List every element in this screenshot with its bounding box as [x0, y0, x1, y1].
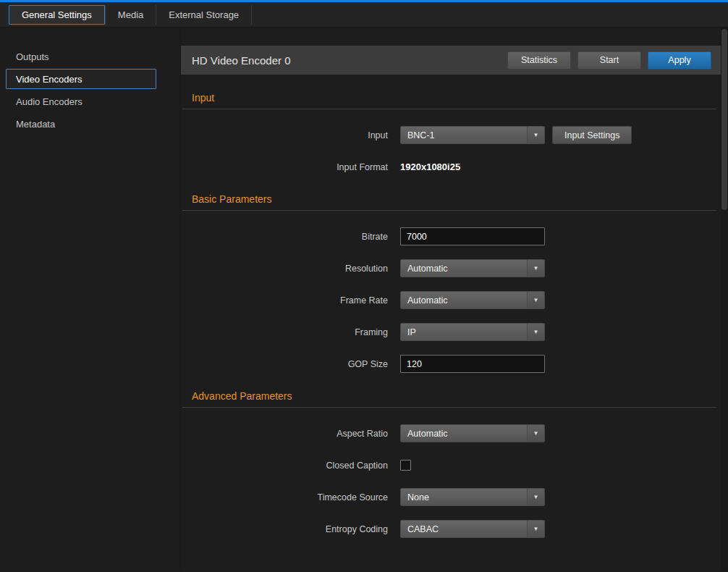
- scrollbar[interactable]: [721, 28, 728, 571]
- aspect-ratio-label: Aspect Ratio: [181, 429, 388, 439]
- entropy-coding-row: Entropy Coding CABAC ▼: [181, 520, 721, 538]
- closed-caption-checkbox[interactable]: [400, 460, 411, 471]
- encoder-settings-content: HD Video Encoder 0 Statistics Start Appl…: [181, 46, 721, 538]
- sidebar-item-label: Audio Encoders: [16, 96, 82, 107]
- statistics-button[interactable]: Statistics: [507, 51, 571, 70]
- sidebar-item-audio-encoders[interactable]: Audio Encoders: [0, 91, 180, 112]
- aspect-ratio-select[interactable]: Automatic ▼: [400, 424, 545, 442]
- scrollbar-thumb[interactable]: [721, 29, 727, 210]
- framing-label: Framing: [181, 327, 388, 337]
- header-actions: Statistics Start Apply: [507, 51, 711, 70]
- chevron-down-icon: ▼: [527, 489, 544, 505]
- framing-select-value: IP: [407, 327, 416, 337]
- sidebar-item-label: Metadata: [16, 119, 55, 130]
- page-body: Outputs Video Encoders Audio Encoders Me…: [0, 28, 728, 571]
- tab-general-settings[interactable]: General Settings: [9, 5, 105, 25]
- chevron-down-icon: ▼: [527, 324, 544, 340]
- input-format-label: Input Format: [181, 162, 388, 172]
- resolution-label: Resolution: [181, 264, 388, 274]
- sidebar-item-label: Video Encoders: [16, 74, 82, 85]
- sidebar-item-label: Outputs: [16, 51, 49, 62]
- section-title-input: Input: [192, 92, 721, 104]
- input-row: Input BNC-1 ▼ Input Settings: [181, 126, 721, 144]
- section-divider: [182, 210, 716, 211]
- sidebar-item-outputs[interactable]: Outputs: [0, 46, 180, 67]
- entropy-coding-label: Entropy Coding: [181, 524, 388, 534]
- start-button[interactable]: Start: [577, 51, 641, 70]
- gop-size-label: GOP Size: [181, 359, 388, 369]
- bitrate-input[interactable]: [400, 227, 545, 245]
- tab-external-storage[interactable]: External Storage: [156, 5, 252, 25]
- input-settings-button[interactable]: Input Settings: [552, 126, 632, 144]
- page-title: HD Video Encoder 0: [192, 54, 290, 67]
- framing-row: Framing IP ▼: [181, 323, 721, 341]
- entropy-coding-select-value: CABAC: [407, 524, 439, 534]
- timecode-source-label: Timecode Source: [181, 492, 388, 502]
- resolution-select-value: Automatic: [407, 264, 448, 274]
- main-panel: HD Video Encoder 0 Statistics Start Appl…: [181, 28, 728, 571]
- frame-rate-select-value: Automatic: [407, 295, 448, 306]
- chevron-down-icon: ▼: [527, 127, 544, 143]
- framing-select[interactable]: IP ▼: [400, 323, 545, 341]
- frame-rate-select[interactable]: Automatic ▼: [400, 291, 545, 309]
- input-section-form: Input BNC-1 ▼ Input Settings Input Forma…: [181, 126, 721, 176]
- sidebar-item-video-encoders[interactable]: Video Encoders: [6, 69, 156, 89]
- resolution-select[interactable]: Automatic ▼: [400, 259, 545, 277]
- resolution-row: Resolution Automatic ▼: [181, 259, 721, 277]
- input-label: Input: [181, 130, 388, 140]
- section-divider: [182, 407, 716, 408]
- aspect-ratio-row: Aspect Ratio Automatic ▼: [181, 424, 721, 442]
- tab-media[interactable]: Media: [105, 5, 156, 25]
- tab-label: General Settings: [22, 9, 92, 20]
- entropy-coding-select[interactable]: CABAC ▼: [400, 520, 545, 538]
- basic-parameters-form: Bitrate Resolution Automatic ▼ Frame Rat…: [181, 227, 721, 373]
- timecode-source-row: Timecode Source None ▼: [181, 488, 721, 506]
- encoder-header: HD Video Encoder 0 Statistics Start Appl…: [181, 46, 721, 75]
- top-tab-bar: General Settings Media External Storage: [0, 2, 728, 28]
- section-divider: [182, 109, 716, 109]
- frame-rate-row: Frame Rate Automatic ▼: [181, 291, 721, 309]
- input-select[interactable]: BNC-1 ▼: [400, 126, 545, 144]
- closed-caption-label: Closed Caption: [181, 460, 388, 471]
- chevron-down-icon: ▼: [527, 521, 544, 537]
- input-format-row: Input Format 1920x1080i25: [181, 158, 721, 176]
- chevron-down-icon: ▼: [527, 425, 544, 442]
- input-select-value: BNC-1: [407, 130, 435, 140]
- tab-label: Media: [118, 9, 143, 20]
- tab-label: External Storage: [169, 9, 239, 20]
- sidebar: Outputs Video Encoders Audio Encoders Me…: [0, 28, 181, 571]
- section-title-basic-parameters: Basic Parameters: [192, 193, 721, 205]
- gop-size-input[interactable]: [400, 355, 545, 373]
- advanced-parameters-form: Aspect Ratio Automatic ▼ Closed Caption …: [181, 424, 721, 538]
- chevron-down-icon: ▼: [527, 292, 544, 308]
- gop-size-row: GOP Size: [181, 355, 721, 373]
- aspect-ratio-select-value: Automatic: [407, 429, 448, 439]
- chevron-down-icon: ▼: [527, 260, 544, 277]
- closed-caption-row: Closed Caption: [181, 456, 721, 474]
- apply-button[interactable]: Apply: [648, 51, 711, 70]
- input-format-value: 1920x1080i25: [400, 161, 460, 172]
- bitrate-row: Bitrate: [181, 227, 721, 245]
- frame-rate-label: Frame Rate: [181, 295, 388, 306]
- sidebar-item-metadata[interactable]: Metadata: [0, 114, 180, 134]
- timecode-source-select-value: None: [407, 492, 429, 502]
- section-title-advanced-parameters: Advanced Parameters: [192, 390, 721, 402]
- timecode-source-select[interactable]: None ▼: [400, 488, 545, 506]
- bitrate-label: Bitrate: [181, 232, 388, 242]
